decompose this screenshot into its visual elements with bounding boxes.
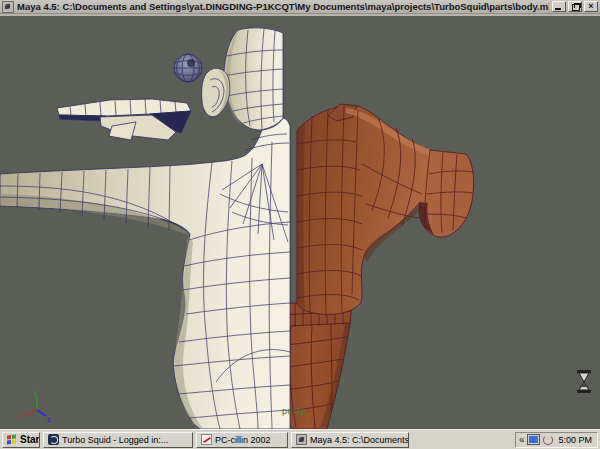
tray-chevron-icon[interactable]: «	[519, 435, 525, 445]
restore-button[interactable]	[568, 1, 582, 12]
flat-part-mesh[interactable]	[57, 99, 191, 140]
window-title: Maya 4.5: C:\Documents and Settings\yat.…	[17, 1, 549, 12]
system-tray: « 5:00 PM	[515, 432, 598, 448]
taskbar-item-turbosquid[interactable]: Turbo Squid - Logged in:...	[43, 432, 193, 448]
start-label: Start	[20, 434, 40, 445]
sync-tray-icon[interactable]	[543, 435, 553, 445]
body-mesh[interactable]	[0, 28, 290, 429]
close-icon: ×	[588, 2, 593, 11]
wait-cursor-icon	[577, 370, 591, 393]
taskbar-clock[interactable]: 5:00 PM	[556, 435, 592, 445]
taskbar-item-label: PC-cillin 2002	[215, 435, 271, 445]
minimize-button[interactable]	[552, 1, 566, 12]
axis-z-label: z	[47, 416, 51, 423]
display-tray-icon[interactable]	[527, 434, 540, 445]
maya-icon	[296, 434, 307, 445]
axis-indicator: y x z	[19, 389, 51, 423]
taskbar-item-pccillin[interactable]: PC-cillin 2002	[196, 432, 288, 448]
ear-mesh[interactable]	[202, 68, 230, 116]
desktop: Maya 4.5: C:\Documents and Settings\yat.…	[0, 0, 600, 449]
viewport-canvas[interactable]: y x z	[0, 14, 600, 429]
axis-x-label: x	[19, 412, 23, 419]
window-controls: ×	[552, 1, 598, 12]
camera-label: persp	[282, 406, 307, 416]
windows-flag-icon	[7, 434, 17, 445]
maya-perspective-viewport[interactable]: y x z persp	[0, 14, 600, 429]
eyeball-mesh[interactable]	[174, 54, 202, 82]
axis-y-label: y	[34, 389, 38, 397]
close-button[interactable]: ×	[584, 1, 598, 12]
window-titlebar[interactable]: Maya 4.5: C:\Documents and Settings\yat.…	[0, 0, 600, 14]
maya-app-icon	[2, 1, 14, 13]
taskbar-item-label: Turbo Squid - Logged in:...	[62, 435, 168, 445]
turbosquid-icon	[48, 434, 59, 445]
taskbar: Start Turbo Squid - Logged in:... PC-cil…	[0, 429, 600, 449]
pccillin-icon	[201, 434, 212, 445]
minimize-icon	[555, 8, 561, 10]
restore-icon	[572, 4, 580, 11]
taskbar-item-label: Maya 4.5: C:\Documents...	[310, 435, 409, 445]
start-button[interactable]: Start	[2, 432, 40, 448]
jacket-mesh[interactable]	[297, 104, 474, 316]
taskbar-item-maya[interactable]: Maya 4.5: C:\Documents...	[291, 432, 409, 448]
